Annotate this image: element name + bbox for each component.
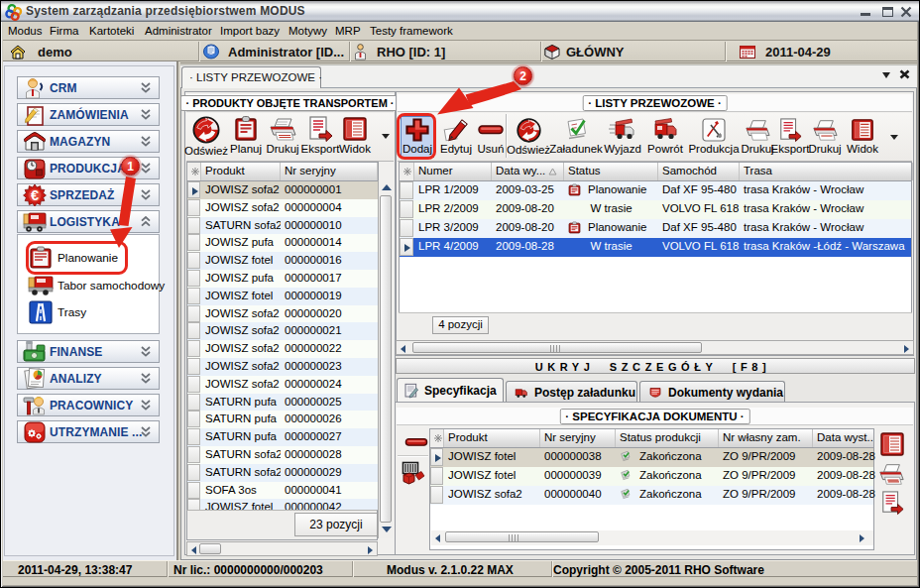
- svg-text:€: €: [31, 187, 39, 203]
